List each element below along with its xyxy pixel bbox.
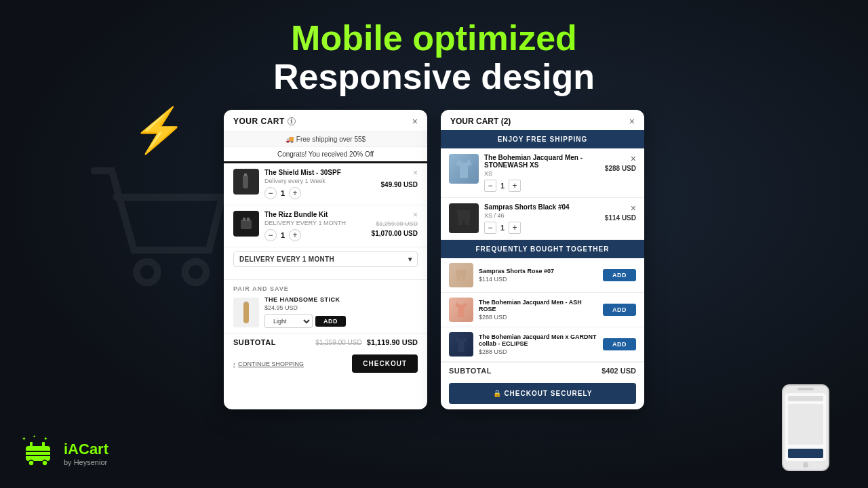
delivery-selector[interactable]: DELIVERY EVERY 1 MONTH ▾ — [233, 251, 418, 267]
fbt-item-3-add-button[interactable]: ADD — [603, 338, 636, 350]
title-line2: Responsive design — [0, 58, 868, 96]
logo: ✦ ✦ ✦ iACart by Heysenior — [20, 432, 108, 474]
item-1-sub: Delivery every 1 Week — [264, 178, 376, 184]
svg-rect-2 — [243, 175, 248, 188]
fbt-item-2-price: $288 USD — [479, 314, 597, 321]
left-subtotal-new-price: $1,119.90 USD — [367, 338, 418, 346]
shipping-text: Free shipping over 55$ — [296, 136, 366, 143]
pair-item-controls: Light Dark Medium ADD — [264, 314, 418, 328]
fbt-header: FREQUENTLY BOUGHT TOGETHER — [441, 240, 644, 258]
svg-rect-23 — [788, 396, 823, 401]
item-2-price: $1,070.00 USD — [372, 230, 418, 237]
spacer — [224, 271, 427, 279]
svg-rect-8 — [245, 302, 246, 304]
right-item-2-variant: XS / 46 — [484, 212, 599, 219]
left-panel-title: YOUR CART ℹ — [233, 117, 296, 126]
panels-container: YOUR CART ℹ × 🚚 Free shipping over 55$ C… — [0, 110, 868, 409]
right-item-2-remove-button[interactable]: × — [631, 203, 636, 213]
continue-shopping-button[interactable]: ‹ CONTINUE SHOPPING — [233, 361, 304, 367]
left-subtotal-row: SUBTOTAL $1,259.00 USD $1,119.90 USD — [224, 333, 427, 350]
right-item-1-remove-button[interactable]: × — [631, 154, 636, 163]
right-item-2-details: Sampras Shorts Black #04 XS / 46 − 1 + — [484, 203, 599, 234]
logo-by: by Heysenior — [64, 458, 108, 466]
svg-rect-24 — [788, 404, 823, 445]
delivery-selector-text: DELIVERY EVERY 1 MONTH — [239, 256, 334, 263]
item-2-increase-button[interactable]: + — [289, 229, 301, 241]
fbt-item-3: The Bohemian Jacquard Men x GARDNT colla… — [441, 327, 644, 362]
svg-rect-5 — [243, 218, 245, 221]
right-item-2-increase-button[interactable]: + — [509, 222, 521, 234]
item-2-right: × $1,259.00 USD $1,070.00 USD — [372, 211, 418, 237]
right-checkout-button[interactable]: 🔒 CHECKOUT SECURELY — [449, 383, 636, 404]
svg-text:✦: ✦ — [43, 436, 48, 442]
item-2-decrease-button[interactable]: − — [264, 229, 277, 241]
right-item-1: The Bohemian Jacquard Men - STONEWASH XS… — [441, 148, 644, 198]
right-item-1-variant: XS — [484, 170, 599, 177]
right-item-1-increase-button[interactable]: + — [509, 180, 521, 192]
right-item-1-name: The Bohemian Jacquard Men - STONEWASH XS — [484, 154, 599, 169]
svg-rect-15 — [26, 451, 50, 452]
svg-text:✦: ✦ — [33, 434, 36, 439]
right-item-2-controls: − 1 + — [484, 222, 599, 234]
right-cart-panel: YOUR CART (2) × ENJOY FREE SHIPPING The … — [441, 110, 644, 409]
left-panel-close-button[interactable]: × — [412, 117, 418, 126]
item-1-decrease-button[interactable]: − — [264, 187, 277, 199]
right-panel-close-button[interactable]: × — [629, 117, 635, 126]
left-panel-header: YOUR CART ℹ × — [224, 110, 427, 132]
right-item-1-qty: 1 — [500, 182, 505, 190]
svg-rect-3 — [244, 174, 247, 176]
right-subtotal-row: SUBTOTAL $402 USD — [441, 362, 644, 379]
item-1-remove-button[interactable]: × — [413, 169, 418, 177]
item-1-details: The Shield Mist - 30SPF Delivery every 1… — [264, 169, 376, 199]
fbt-item-1-image — [449, 263, 473, 287]
item-1-image — [233, 169, 259, 195]
checkout-button[interactable]: CHECKOUT — [352, 354, 418, 373]
pair-variant-select[interactable]: Light Dark Medium — [264, 314, 313, 328]
pair-save-title: PAIR AND SAVE — [233, 285, 418, 292]
fbt-item-3-image — [449, 332, 473, 357]
pair-item-name: THE HANDSOME STICK — [264, 296, 418, 303]
item-1-name: The Shield Mist - 30SPF — [264, 169, 376, 176]
svg-rect-7 — [243, 302, 249, 323]
right-item-1-right: × $288 USD — [605, 154, 636, 172]
svg-rect-12 — [26, 446, 50, 461]
right-subtotal-label: SUBTOTAL — [449, 367, 492, 375]
shipping-banner: 🚚 Free shipping over 55$ — [224, 132, 427, 147]
fbt-item-1-details: Sampras Shorts Rose #07 $114 USD — [479, 268, 597, 283]
right-panel-title: YOUR CART (2) — [450, 117, 511, 126]
svg-point-18 — [42, 460, 47, 466]
pair-item-details: THE HANDSOME STICK $24.95 USD Light Dark… — [264, 296, 418, 328]
continue-shopping-label: CONTINUE SHOPPING — [238, 361, 304, 367]
item-2-name: The Rizz Bundle Kit — [264, 211, 366, 218]
item-1-increase-button[interactable]: + — [289, 187, 301, 199]
pair-and-save-section: PAIR AND SAVE THE HANDSOME STICK $24.95 … — [224, 279, 427, 333]
item-2-remove-button[interactable]: × — [413, 211, 418, 219]
fbt-item-2-image — [449, 298, 473, 322]
svg-text:✦: ✦ — [22, 436, 26, 442]
right-item-2-image — [449, 203, 479, 233]
fbt-item-1-price: $114 USD — [479, 276, 597, 283]
header: Mobile optimized Responsive design — [0, 0, 868, 104]
fbt-item-2-add-button[interactable]: ADD — [603, 304, 636, 316]
pair-item-price: $24.95 USD — [264, 304, 418, 311]
left-checkout-row: ‹ CONTINUE SHOPPING CHECKOUT — [224, 350, 427, 380]
fbt-item-1-add-button[interactable]: ADD — [603, 269, 636, 281]
chevron-down-icon: ▾ — [408, 256, 412, 263]
left-subtotal-old-price: $1,259.00 USD — [315, 339, 361, 346]
logo-text-block: iACart by Heysenior — [64, 441, 108, 466]
right-item-2-decrease-button[interactable]: − — [484, 222, 496, 234]
item-2-image — [233, 211, 259, 237]
right-item-1-price: $288 USD — [605, 165, 636, 172]
right-item-1-details: The Bohemian Jacquard Men - STONEWASH XS… — [484, 154, 599, 192]
item-1-controls: − 1 + — [264, 187, 376, 199]
pair-item-image — [233, 298, 259, 327]
fbt-item-1: Sampras Shorts Rose #07 $114 USD ADD — [441, 258, 644, 293]
logo-cart-icon: ✦ ✦ ✦ — [20, 432, 56, 474]
right-item-1-decrease-button[interactable]: − — [484, 180, 496, 192]
pair-add-button[interactable]: ADD — [315, 316, 346, 327]
cart-item-2: The Rizz Bundle Kit DELIVERY EVERY 1 MON… — [224, 205, 427, 247]
fbt-item-2-name: The Bohemian Jacquard Men - ASH ROSE — [479, 299, 597, 312]
right-item-2: Sampras Shorts Black #04 XS / 46 − 1 + ×… — [441, 198, 644, 240]
cart-item-1: The Shield Mist - 30SPF Delivery every 1… — [224, 163, 427, 205]
item-2-prices: $1,259.00 USD $1,070.00 USD — [372, 220, 418, 237]
